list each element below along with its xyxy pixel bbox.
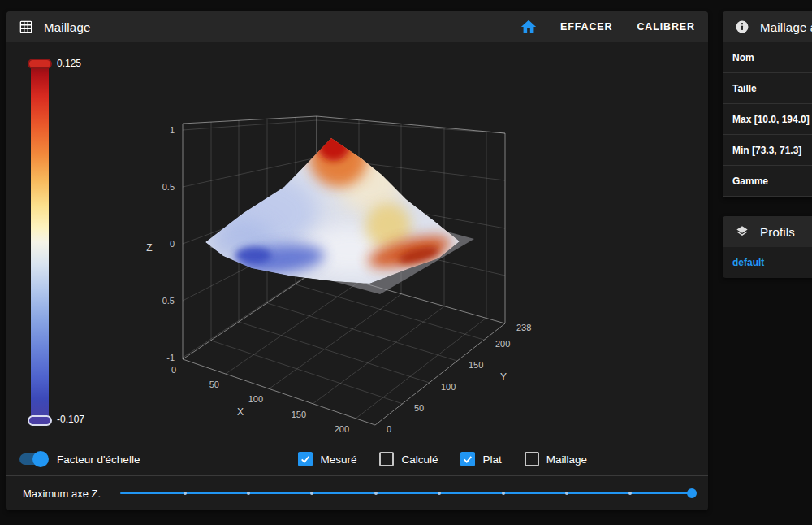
slider-tick <box>374 492 378 495</box>
mesh-panel: Maillage EFFACER CALIBRER 0.125 -0.107 <box>6 11 708 510</box>
y-tick: 150 <box>469 360 483 370</box>
checkbox-box <box>298 452 313 466</box>
colorbar-min-handle[interactable] <box>28 415 52 426</box>
profile-item-default[interactable]: default <box>723 247 812 277</box>
info-row-range: Gamme <box>723 166 812 197</box>
plot-grid <box>183 117 505 419</box>
checkbox-box <box>379 452 394 466</box>
info-row-max: Max [10.0, 194.0] <box>723 104 812 135</box>
x-axis-label: X <box>237 406 244 418</box>
info-row-label: Min [73.3, 71.3] <box>732 145 801 156</box>
checkbox-label: Maillage <box>546 453 587 466</box>
x-tick: 50 <box>209 380 219 389</box>
z-tick: 0.5 <box>162 182 175 192</box>
info-panel-title: Maillage a <box>760 20 812 34</box>
checkbox-computed[interactable]: Calculé <box>379 452 438 466</box>
scale-factor-toggle[interactable]: Facteur d'échelle <box>19 453 140 466</box>
colorbar <box>31 60 49 424</box>
x-tick: 0 <box>171 365 176 375</box>
mesh-info-panel: Maillage a Nom Taille Max [10.0, 194.0] … <box>723 11 812 197</box>
plot-controls: Facteur d'échelle Mesuré Calculé <box>19 447 695 471</box>
colorbar-max-handle[interactable] <box>28 59 52 69</box>
grid-icon <box>18 19 34 35</box>
info-icon <box>734 19 750 35</box>
home-icon[interactable] <box>520 18 538 36</box>
slider-tick <box>628 492 632 495</box>
info-row-label: Max [10.0, 194.0] <box>732 114 810 125</box>
y-tick: 50 <box>414 403 424 413</box>
scale-toggle-label: Facteur d'échelle <box>57 453 140 466</box>
checkbox-box <box>460 452 475 466</box>
info-row-name: Nom <box>723 42 812 73</box>
z-max-slider-row: Maximum axe Z. <box>6 476 708 510</box>
mesh-surface <box>205 128 460 284</box>
info-row-min: Min [73.3, 71.3] <box>723 135 812 166</box>
checkbox-box <box>525 452 539 466</box>
z-tick: 0 <box>170 239 175 249</box>
plot-area: 0.125 -0.107 <box>6 42 708 475</box>
plot-tick-labels: 1 0.5 0 -0.5 -1 Z 0 50 100 150 200 X 0 5… <box>146 125 531 434</box>
profiles-title: Profils <box>760 225 795 239</box>
info-row-label: Nom <box>732 52 754 63</box>
flat-plane <box>209 198 474 294</box>
profiles-icon <box>734 223 750 240</box>
info-row-size: Taille <box>723 73 812 104</box>
z-max-slider[interactable] <box>120 492 692 494</box>
profiles-panel: Profils default <box>723 216 812 278</box>
z-tick: -1 <box>166 353 175 362</box>
profiles-toolbar: Profils <box>723 216 812 247</box>
y-axis-label: Y <box>500 371 507 383</box>
toolbar-actions: EFFACER CALIBRER <box>520 18 697 36</box>
bed-mesh-plot: 1 0.5 0 -0.5 -1 Z 0 50 100 150 200 X 0 5… <box>6 42 708 475</box>
y-tick: 238 <box>516 323 531 332</box>
slider-tick <box>310 492 313 495</box>
y-tick: 0 <box>387 424 391 434</box>
slider-tick <box>438 492 441 495</box>
checkbox-label: Mesuré <box>320 453 356 466</box>
mesh-info-toolbar: Maillage a <box>723 11 812 42</box>
slider-thumb[interactable] <box>687 488 697 498</box>
checkbox-wireframe[interactable]: Maillage <box>525 452 587 466</box>
calibrate-button[interactable]: CALIBRER <box>635 18 697 36</box>
slider-tick <box>502 492 505 495</box>
info-row-label: Gamme <box>732 176 768 187</box>
panel-title: Maillage <box>44 20 90 34</box>
y-tick: 200 <box>495 339 510 349</box>
z-tick: 1 <box>170 125 175 135</box>
checkbox-measured[interactable]: Mesuré <box>298 452 356 466</box>
z-tick: -0.5 <box>159 296 175 306</box>
slider-tick <box>247 492 250 495</box>
x-tick: 150 <box>292 410 306 419</box>
slider-tick <box>184 492 187 495</box>
app-background: Maillage EFFACER CALIBRER 0.125 -0.107 <box>0 0 812 525</box>
info-row-label: Taille <box>732 83 757 94</box>
mesh-toolbar: Maillage EFFACER CALIBRER <box>6 11 708 42</box>
clear-button[interactable]: EFFACER <box>559 18 614 36</box>
checkbox-flat[interactable]: Plat <box>460 452 501 466</box>
slider-tick <box>565 492 568 495</box>
toggle-knob <box>32 451 49 467</box>
colorbar-min-label: -0.107 <box>57 414 84 425</box>
x-tick: 200 <box>335 424 349 434</box>
plot-box <box>183 116 505 425</box>
check-icon <box>462 453 473 465</box>
x-tick: 100 <box>248 394 263 404</box>
checkbox-label: Plat <box>482 453 501 466</box>
check-icon <box>300 453 311 465</box>
colorbar-max-label: 0.125 <box>57 58 81 69</box>
y-tick: 100 <box>441 382 456 392</box>
z-max-slider-label: Maximum axe Z. <box>23 488 101 500</box>
checkbox-label: Calculé <box>401 453 438 466</box>
z-axis-label: Z <box>146 242 152 254</box>
toggle-switch[interactable] <box>19 453 47 465</box>
layer-checkboxes: Mesuré Calculé Plat <box>298 452 587 466</box>
